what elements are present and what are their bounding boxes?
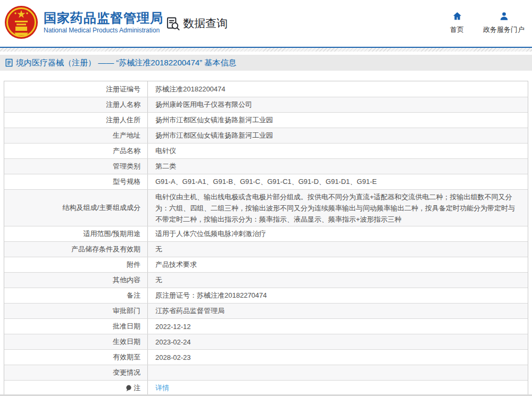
speech-bubble-icon (126, 385, 132, 392)
row-label: 变更情况 (4, 365, 148, 380)
home-icon (452, 11, 462, 21)
table-row: 生产地址扬州市江都区仙女镇淮扬路新河工业园 (4, 128, 528, 143)
row-value (148, 365, 528, 380)
table-row: 型号规格G91-A、G91-A1、G91-B、G91-C、G91-C1、G91-… (4, 174, 528, 189)
row-label: 其他内容 (4, 273, 148, 288)
row-value: 原注册证号：苏械注准20182270474 (148, 288, 528, 303)
doc-icon (5, 58, 13, 67)
row-label: 产品储存条件及有效期 (4, 242, 148, 257)
row-label: 适用范围/预期用途 (4, 226, 148, 241)
row-label: 批准日期 (4, 319, 148, 334)
national-emblem-icon (4, 5, 38, 40)
logo-text: 国家药品监督管理局 National Medical Products Admi… (44, 11, 163, 35)
row-value: 江苏省药品监督管理局 (148, 304, 528, 318)
row-value: 扬州康岭医用电子仪器有限公司 (148, 97, 528, 112)
row-value: G91-A、G91-A1、G91-B、G91-C、G91-C1、G91-D、G9… (148, 174, 528, 189)
breadcrumb-text: 境内医疗器械（注册） —— “苏械注准20182200474” 基本信息 (16, 58, 236, 68)
row-value: 苏械注准20182200474 (148, 81, 528, 97)
user-icon (499, 11, 509, 21)
row-label: 审批部门 (4, 304, 148, 318)
row-value: 电针仪由主机、输出线电极或含电极片部分组成。按供电不同分为直流+适配器和交流供电… (148, 190, 528, 226)
row-value: 无 (148, 242, 528, 257)
doc-search-icon (166, 16, 180, 31)
table-row: 注详情 (4, 380, 528, 395)
table-row: 备注原注册证号：苏械注准20182270474 (4, 288, 528, 303)
table-row: 产品储存条件及有效期无 (4, 241, 528, 257)
row-value: 扬州市江都区仙女镇淮扬路新河工业园 (148, 113, 528, 128)
nav-home[interactable]: 首页 (450, 11, 464, 35)
row-value: 扬州市江都区仙女镇淮扬路新河工业园 (148, 128, 528, 143)
row-value: 适用于人体穴位低频电脉冲刺激治疗 (148, 226, 528, 241)
row-label: 管理类别 (4, 159, 148, 174)
table-row: 结构及组成/主要组成成分电针仪由主机、输出线电极或含电极片部分组成。按供电不同分… (4, 189, 528, 226)
row-value: 无 (148, 273, 528, 288)
nav-portal[interactable]: 政务服务门户 (483, 11, 525, 35)
row-value: 2028-02-23 (148, 350, 528, 365)
row-label: 注册人住所 (4, 113, 148, 128)
row-label: 生产地址 (4, 128, 148, 143)
detail-link[interactable]: 详情 (155, 383, 169, 393)
row-label: 生效日期 (4, 334, 148, 349)
nav-portal-label: 政务服务门户 (483, 25, 525, 35)
nav-home-label: 首页 (450, 25, 464, 35)
row-label: 结构及组成/主要组成成分 (4, 190, 148, 226)
table-row: 批准日期2022-12-12 (4, 318, 528, 334)
table-row: 有效期至2028-02-23 (4, 349, 528, 365)
data-query-section[interactable]: 数据查询 (166, 16, 228, 31)
table-row: 生效日期2023-02-24 (4, 334, 528, 349)
nmpa-logo[interactable]: 国家药品监督管理局 National Medical Products Admi… (4, 5, 163, 40)
row-label: 备注 (4, 288, 148, 303)
row-value: 详情 (148, 381, 528, 395)
table-row: 产品名称电针仪 (4, 143, 528, 158)
row-label: 有效期至 (4, 350, 148, 365)
site-title: 国家药品监督管理局 (44, 11, 163, 26)
row-value: 产品技术要求 (148, 257, 528, 272)
table-row: 注册人住所扬州市江都区仙女镇淮扬路新河工业园 (4, 112, 528, 128)
data-query-label: 数据查询 (183, 16, 228, 31)
table-row: 审批部门江苏省药品监督管理局 (4, 303, 528, 318)
row-value: 电针仪 (148, 144, 528, 158)
row-value: 2022-12-12 (148, 319, 528, 334)
table-row: 适用范围/预期用途适用于人体穴位低频电脉冲刺激治疗 (4, 226, 528, 241)
top-nav: 首页 政务服务门户 (450, 11, 525, 35)
row-label: 产品名称 (4, 144, 148, 158)
row-label: 附件 (4, 257, 148, 272)
row-value: 2023-02-24 (148, 334, 528, 349)
site-subtitle: National Medical Products Administration (44, 27, 163, 34)
row-label: 注册人名称 (4, 97, 148, 112)
table-row: 注册证编号苏械注准20182200474 (4, 81, 528, 97)
registration-table: 注册证编号苏械注准20182200474注册人名称扬州康岭医用电子仪器有限公司注… (4, 81, 528, 396)
table-row: 注册人名称扬州康岭医用电子仪器有限公司 (4, 97, 528, 112)
table-row: 附件产品技术要求 (4, 257, 528, 272)
hatch-band (0, 48, 532, 52)
table-row: 其他内容无 (4, 272, 528, 288)
row-label: 注 (4, 381, 148, 395)
row-label: 型号规格 (4, 174, 148, 189)
table-row: 管理类别第二类 (4, 158, 528, 174)
breadcrumb: 境内医疗器械（注册） —— “苏械注准20182200474” 基本信息 (0, 55, 532, 71)
page: 国家药品监督管理局 National Medical Products Admi… (0, 0, 532, 396)
header: 国家药品监督管理局 National Medical Products Admi… (0, 0, 532, 47)
row-label: 注册证编号 (4, 81, 148, 97)
table-row: 变更情况 (4, 365, 528, 380)
row-value: 第二类 (148, 159, 528, 174)
